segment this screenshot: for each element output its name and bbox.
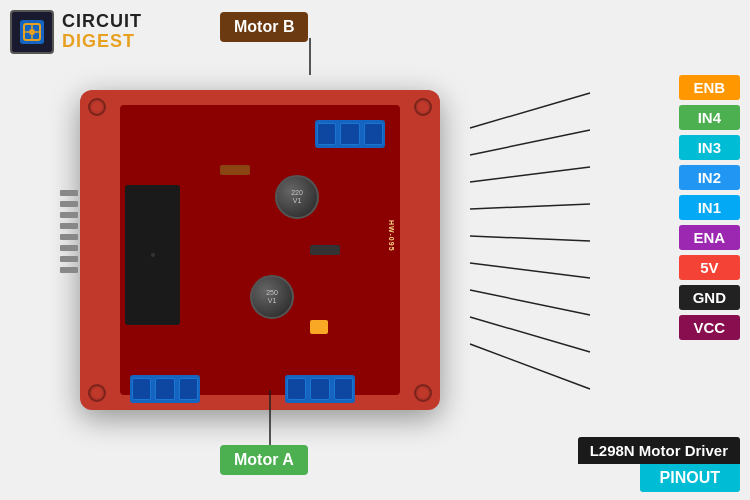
yellow-capacitor — [310, 320, 328, 334]
terminal-slot — [310, 378, 329, 400]
terminal-slot — [132, 378, 151, 400]
pin — [60, 212, 78, 218]
pin-label-in4: IN4 — [679, 105, 740, 130]
pin-label-in1: IN1 — [679, 195, 740, 220]
capacitor-2: 250 V1 — [250, 275, 294, 319]
terminal-slot — [340, 123, 359, 145]
screw-hole-tr — [414, 98, 432, 116]
svg-line-6 — [470, 290, 590, 315]
brand-circuit: CIRCUIT — [62, 12, 142, 32]
screw-hole-br — [414, 384, 432, 402]
terminal-slot — [287, 378, 306, 400]
terminal-slot — [155, 378, 174, 400]
terminal-top-right — [315, 120, 385, 148]
terminal-slot — [364, 123, 383, 145]
terminal-slot — [334, 378, 353, 400]
brand-text: CIRCUIT DIGEST — [62, 12, 142, 52]
brand-digest: DIGEST — [62, 32, 142, 52]
svg-point-13 — [29, 29, 35, 35]
svg-line-7 — [470, 317, 590, 352]
pin — [60, 267, 78, 273]
terminal-slot — [179, 378, 198, 400]
motor-b-label: Motor B — [220, 12, 308, 42]
svg-line-4 — [470, 236, 590, 241]
screw-hole-bl — [88, 384, 106, 402]
svg-line-2 — [470, 167, 590, 182]
pin-label-vcc: VCC — [679, 315, 740, 340]
pin — [60, 190, 78, 196]
svg-line-0 — [470, 93, 590, 128]
resistor-2 — [310, 245, 340, 255]
terminal-slot — [317, 123, 336, 145]
ic-chip — [125, 185, 180, 325]
svg-line-5 — [470, 263, 590, 278]
pin-label-ena: ENA — [679, 225, 740, 250]
board-inner: 220 V1 250 V1 — [120, 105, 400, 395]
pin-label-enb: ENB — [679, 75, 740, 100]
pin — [60, 256, 78, 262]
pcb-board: 220 V1 250 V1 — [80, 90, 440, 410]
left-pins — [60, 190, 78, 273]
capacitor-1: 220 V1 — [275, 175, 319, 219]
board-container: 220 V1 250 V1 — [60, 50, 480, 440]
pin-label-in2: IN2 — [679, 165, 740, 190]
pin-label-in3: IN3 — [679, 135, 740, 160]
resistor-1 — [220, 165, 250, 175]
driver-name-label: L298N Motor Driver — [578, 437, 740, 464]
pin — [60, 223, 78, 229]
svg-line-8 — [470, 344, 590, 389]
board-model-text: HW-095 — [388, 220, 395, 252]
svg-line-1 — [470, 130, 590, 155]
pin-labels-container: ENBIN4IN3IN2IN1ENA5VGNDVCC — [679, 75, 740, 340]
pin — [60, 201, 78, 207]
terminal-bottom-left — [130, 375, 200, 403]
screw-hole-tl — [88, 98, 106, 116]
logo-icon — [16, 16, 48, 48]
pin — [60, 245, 78, 251]
motor-a-label: Motor A — [220, 445, 308, 475]
pinout-label: PINOUT — [640, 464, 740, 492]
pin-label-5v: 5V — [679, 255, 740, 280]
header: CIRCUIT DIGEST — [10, 10, 142, 54]
logo-box — [10, 10, 54, 54]
terminal-bottom-center — [285, 375, 355, 403]
svg-line-3 — [470, 204, 590, 209]
pin-label-gnd: GND — [679, 285, 740, 310]
bottom-bar: L298N Motor Driver PINOUT — [578, 437, 740, 492]
pin — [60, 234, 78, 240]
